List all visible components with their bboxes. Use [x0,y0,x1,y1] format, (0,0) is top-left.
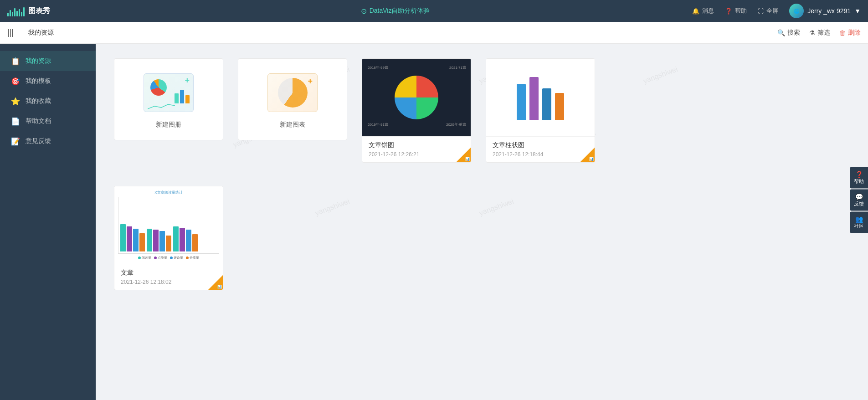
sidebar-item-help-docs[interactable]: 📄 帮助文档 [0,111,96,131]
pie-chart-date: 2021-12-26 12:26:21 [369,151,464,158]
legend-dot-4 [186,256,189,259]
float-community-label: 社区 [854,223,864,229]
topbar-center: ⊙ DataViz自助分析体验 [98,7,692,15]
filter-icon: ⚗ [809,29,815,36]
column-chart-preview [486,59,595,136]
sidebar-item-feedback[interactable]: 📝 意见反馈 [0,131,96,151]
bar-item-3a [173,226,179,251]
float-feedback-button[interactable]: 💬 反馈 [850,190,868,211]
bar-legend: 阅读量 点赞量 评论量 [118,256,219,260]
sidebar-item-my-favorites-label: 我的收藏 [26,97,51,105]
message-label: 消息 [702,7,714,15]
help-label: 帮助 [735,7,747,15]
pie-chart-data-card[interactable]: 2018年·99篇 2021·71篇 2019年·91篇 2020年·单篇 [362,58,471,163]
column-chart-info: 文章柱状图 2021-12-26 12:18:44 [486,136,595,162]
bar-item-1c [133,229,139,251]
article-bar-date: 2021-12-26 12:18:02 [121,279,216,285]
logo-bar-5 [16,11,18,16]
filter-button[interactable]: ⚗ 筛选 [809,29,830,37]
sidebar: 📋 我的资源 🎯 我的模板 ⭐ 我的收藏 📄 帮助文档 📝 意见反馈 [0,44,96,400]
sidebar-toggle-button[interactable]: ||| [7,28,21,37]
help-docs-icon: 📄 [11,117,20,126]
chart-bg: + [267,73,318,112]
pie-label-top-right: 2021·71篇 [449,65,466,70]
article-bar-preview: X文章阅读量统计 [114,186,223,264]
sidebar-item-my-favorites[interactable]: ⭐ 我的收藏 [0,91,96,111]
logo-area: 图表秀 [7,5,98,16]
sidebar-item-feedback-label: 意见反馈 [26,137,51,145]
my-templates-icon: 🎯 [11,77,20,86]
subbar-actions: 🔍 搜索 ⚗ 筛选 🗑 删除 [777,29,861,37]
logo-text: 图表秀 [28,6,50,16]
new-atlas-label: 新建图册 [156,121,181,129]
bar-group-1 [120,224,145,251]
search-icon: 🔍 [777,29,785,36]
legend-text-3: 评论量 [174,256,183,260]
bar-item-1b [127,226,132,251]
legend-dot-1 [138,256,141,259]
legend-dot-3 [170,256,173,259]
bar-group-3 [173,226,198,251]
new-chart-card[interactable]: + 新建图表 [238,58,347,140]
atlas-plus-icon: + [185,76,190,85]
legend-text-2: 点赞量 [158,256,167,260]
sidebar-item-my-resources-label: 我的资源 [26,57,51,65]
topbar: 图表秀 ⊙ DataViz自助分析体验 🔔 消息 ❓ 帮助 ⛶ 全屏 🌐 Jer… [0,0,868,22]
feedback-icon: 📝 [11,137,20,146]
user-name: Jerry _wx 9291 [807,7,851,15]
col-bar-2 [529,77,539,120]
sidebar-item-my-resources[interactable]: 📋 我的资源 [0,51,96,71]
legend-text-1: 阅读量 [142,256,151,260]
dataviz-button[interactable]: ⊙ DataViz自助分析体验 [361,7,430,15]
dataviz-label: DataViz自助分析体验 [370,7,430,15]
float-help-icon: ❓ [852,171,866,178]
bar-item-2a [147,229,152,251]
new-atlas-card[interactable]: + 新建图册 [114,58,223,140]
sidebar-item-help-docs-label: 帮助文档 [26,117,51,125]
watermark-9: yangshiwei [314,197,351,217]
delete-button[interactable]: 🗑 删除 [839,29,861,37]
pie-label-bottom-left: 2019年·91篇 [368,122,388,127]
content-area: yangshiwei yangshiwei yangshiwei yangshi… [96,44,868,400]
bar-item-3d [192,234,198,251]
legend-item-1: 阅读量 [138,256,151,260]
bar-item-2d [166,236,171,251]
article-bar-data-card[interactable]: X文章阅读量统计 [114,186,223,290]
sidebar-item-my-templates[interactable]: 🎯 我的模板 [0,71,96,91]
user-area[interactable]: 🌐 Jerry _wx 9291 ▼ [789,4,861,18]
bar-group-2 [147,229,171,251]
column-chart-data-card[interactable]: 文章柱状图 2021-12-26 12:18:44 📊 [486,58,595,163]
logo-bar-7 [21,12,22,16]
pie-chart-title: 文章饼图 [369,141,464,149]
pie-chart-corner-icon: 📊 [465,157,470,161]
logo-bar-1 [7,13,9,16]
atlas-mini-pie [150,79,167,96]
legend-item-2: 点赞量 [154,256,167,260]
cards-grid: + 新建图册 + 新建图表 [114,58,850,163]
search-label: 搜索 [787,29,800,37]
new-atlas-icon: + [141,70,196,115]
dropdown-arrow: ▼ [854,7,861,15]
bar-preview-title: X文章阅读量统计 [118,190,219,195]
help-button[interactable]: ❓ 帮助 [725,7,747,15]
message-button[interactable]: 🔔 消息 [692,7,714,15]
col-bar-1 [517,84,526,120]
legend-text-4: 分享量 [190,256,199,260]
pie-label-top-left: 2018年·99篇 [368,65,388,70]
pie-label-bottom-right: 2020年·单篇 [446,122,466,127]
my-resources-icon: 📋 [11,56,20,66]
article-bar-info: 文章 2021-12-26 12:18:02 [114,264,223,290]
search-button[interactable]: 🔍 搜索 [777,29,800,37]
atlas-mini-line [148,103,175,110]
watermark-10: yangshiwei [478,197,515,217]
pie-chart-bg: 2018年·99篇 2021·71篇 2019年·91篇 2020年·单篇 [362,59,471,136]
chart-pie-preview [278,78,308,108]
bar-chart-area [118,197,219,254]
fullscreen-button[interactable]: ⛶ 全屏 [758,7,778,15]
logo-bar-3 [12,12,13,16]
float-help-button[interactable]: ❓ 帮助 [850,167,868,189]
pie-chart-svg [389,70,444,125]
logo-bar-2 [10,10,11,16]
float-community-button[interactable]: 👥 社区 [850,212,868,233]
avatar: 🌐 [789,4,804,18]
